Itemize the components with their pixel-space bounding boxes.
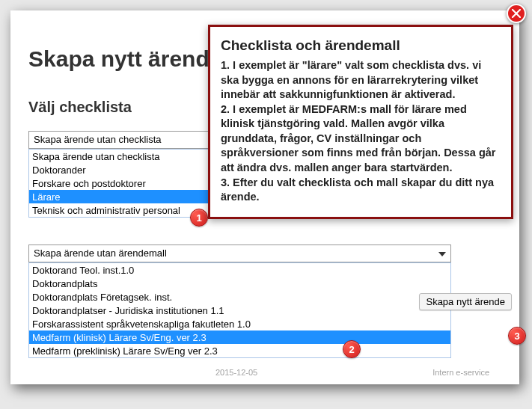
- close-icon: [512, 9, 521, 18]
- template-option[interactable]: Medfarm (klinisk) Lärare Sv/Eng. ver 2.3: [29, 330, 450, 344]
- checklist-dropdown[interactable]: Skapa ärende utan checklista: [28, 131, 224, 149]
- template-dropdown[interactable]: Skapa ärende utan ärendemall: [28, 245, 451, 262]
- callout-body: 1. I exemplet är "lärare" valt som check…: [221, 58, 501, 205]
- checklist-option[interactable]: Lärare: [29, 190, 224, 203]
- close-button[interactable]: [507, 4, 526, 23]
- bg-text-right: Intern e-service: [432, 368, 489, 389]
- info-callout: Checklista och ärendemall 1. I exemplet …: [208, 25, 513, 219]
- create-case-button[interactable]: Skapa nytt ärende: [419, 293, 512, 310]
- checklist-option[interactable]: Skapa ärende utan checklista: [29, 150, 224, 163]
- checklist-dropdown-value: Skapa ärende utan checklista: [34, 134, 162, 145]
- checklist-listbox[interactable]: Skapa ärende utan checklistaDoktoranderF…: [28, 149, 224, 218]
- template-listbox[interactable]: Doktorand Teol. inst.1.0DoktorandplatsDo…: [28, 262, 451, 358]
- background-footer: 2015-12-05 Intern e-service: [10, 368, 519, 389]
- template-option[interactable]: Forskarassistent språkvetenskapliga faku…: [29, 317, 450, 330]
- annotation-badge-2: 2: [343, 340, 361, 358]
- template-option[interactable]: Doktorandplatser - Juridiska institution…: [29, 304, 450, 317]
- template-option[interactable]: Doktorandplats: [29, 277, 450, 290]
- checklist-option[interactable]: Forskare och postdoktorer: [29, 176, 224, 190]
- annotation-badge-3: 3: [508, 327, 526, 345]
- template-option[interactable]: Doktorand Teol. inst.1.0: [29, 263, 450, 277]
- template-dropdown-value: Skapa ärende utan ärendemall: [34, 247, 167, 259]
- template-option[interactable]: Medfarm (preklinisk) Lärare Sv/Eng ver 2…: [29, 344, 450, 357]
- bg-text-mid: 2015-12-05: [215, 368, 257, 389]
- template-option[interactable]: Doktorandplats Företagsek. inst.: [29, 290, 450, 304]
- callout-title: Checklista och ärendemall: [221, 37, 501, 54]
- checklist-option[interactable]: Doktorander: [29, 163, 224, 176]
- annotation-badge-1: 1: [190, 209, 208, 227]
